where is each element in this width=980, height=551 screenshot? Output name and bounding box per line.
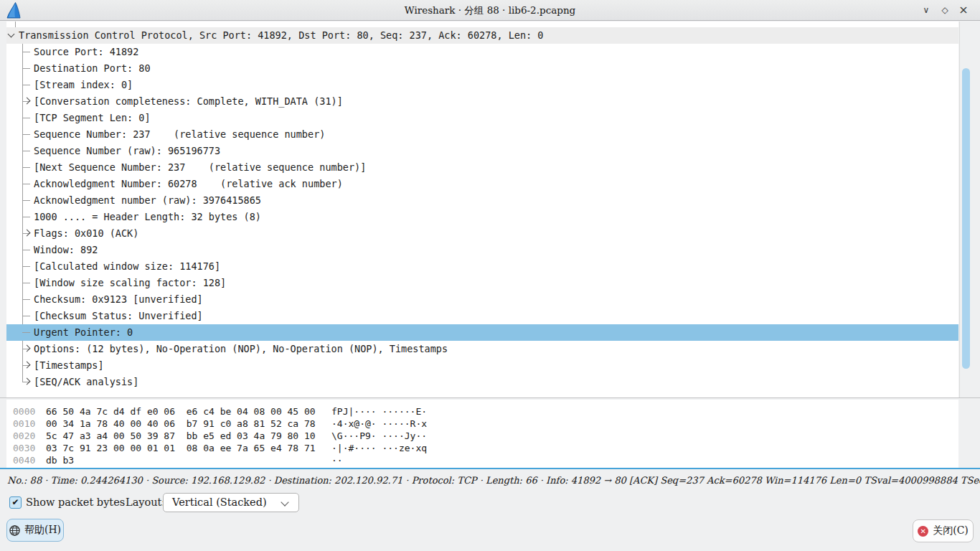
tree-row-label: [Window size scaling factor: 128] bbox=[34, 275, 226, 291]
tree-row-label: 1000 .... = Header Length: 32 bytes (8) bbox=[34, 209, 261, 225]
chevron-collapsed-icon[interactable] bbox=[24, 345, 31, 352]
tree-row-label: [Next Sequence Number: 237 (relative seq… bbox=[34, 159, 366, 176]
layout-select[interactable]: Vertical (Stacked) bbox=[163, 493, 299, 512]
show-packet-bytes-checkbox[interactable]: ✔ bbox=[9, 496, 22, 509]
tree-row-label: [SEQ/ACK analysis] bbox=[34, 374, 138, 390]
tree-row[interactable]: Options: (12 bytes), No-Operation (NOP),… bbox=[6, 341, 958, 357]
tree-row-label: Destination Port: 80 bbox=[34, 60, 151, 77]
tree-row[interactable]: [Stream index: 0] bbox=[6, 77, 958, 93]
tree-row[interactable]: [TCP Segment Len: 0] bbox=[6, 110, 958, 126]
tree-row[interactable]: Checksum: 0x9123 [unverified] bbox=[6, 291, 958, 308]
packet-bytes-pane[interactable]: 000066 50 4a 7c d4 df e0 06 e6 c4 be 04 … bbox=[6, 400, 958, 468]
chevron-collapsed-icon[interactable] bbox=[24, 98, 31, 105]
tree-branch-line bbox=[22, 250, 30, 250]
packet-detail-pane[interactable]: Transmission Control Protocol, Src Port:… bbox=[6, 22, 958, 397]
hex-row[interactable]: 001000 34 1a 78 40 00 40 06 b7 91 c0 a8 … bbox=[6, 418, 958, 430]
tree-row[interactable]: [Window size scaling factor: 128] bbox=[6, 275, 958, 291]
globe-icon bbox=[9, 525, 20, 536]
hex-row[interactable]: 003003 7c 91 23 00 00 01 01 08 0a ee 7a … bbox=[6, 442, 958, 454]
close-button[interactable]: ✕ 关闭(C) bbox=[913, 519, 974, 542]
tree-row[interactable]: Sequence Number (raw): 965196773 bbox=[6, 143, 958, 159]
tree-branch-line bbox=[22, 184, 30, 184]
chevron-collapsed-icon[interactable] bbox=[24, 362, 31, 369]
tree-row-label: Options: (12 bytes), No-Operation (NOP),… bbox=[34, 341, 448, 357]
hex-row[interactable]: 00205c 47 a3 a4 00 50 39 87 bb e5 ed 03 … bbox=[6, 430, 958, 442]
hex-bytes[interactable]: 5c 47 a3 a4 00 50 39 87 bb e5 ed 03 4a 7… bbox=[46, 430, 316, 442]
tree-row[interactable]: [Conversation completeness: Complete, WI… bbox=[6, 93, 958, 110]
tree-branch-line bbox=[22, 68, 30, 69]
tree-row-label: [Checksum Status: Unverified] bbox=[34, 308, 203, 324]
scrollbar-thumb[interactable] bbox=[962, 68, 970, 369]
pane-divider bbox=[0, 397, 980, 398]
tree-row[interactable]: [Checksum Status: Unverified] bbox=[6, 308, 958, 324]
tree-row-label: Source Port: 41892 bbox=[34, 44, 138, 60]
tree-row-label: [Calculated window size: 114176] bbox=[34, 258, 220, 275]
tree-row[interactable]: Window: 892 bbox=[6, 242, 958, 258]
tree-row[interactable]: [Next Sequence Number: 237 (relative seq… bbox=[6, 159, 958, 176]
hex-offset: 0000 bbox=[13, 405, 35, 418]
chevron-collapsed-icon[interactable] bbox=[24, 230, 31, 237]
tree-branch-line bbox=[22, 217, 30, 217]
tree-row[interactable]: Acknowledgment number (raw): 3976415865 bbox=[6, 192, 958, 209]
tree-branch-line bbox=[22, 151, 30, 151]
tree-branch-line bbox=[22, 299, 30, 300]
tree-row-label: Acknowledgment Number: 60278 (relative a… bbox=[34, 176, 343, 192]
tree-branch-line bbox=[22, 118, 30, 118]
hex-ascii[interactable]: ·4·x@·@· ·····R·x bbox=[331, 418, 427, 430]
hex-bytes[interactable]: 00 34 1a 78 40 00 40 06 b7 91 c0 a8 81 5… bbox=[46, 418, 316, 430]
help-button-label: 帮助(H) bbox=[24, 524, 61, 537]
hex-ascii[interactable]: \G···P9· ····Jy·· bbox=[331, 430, 427, 442]
tree-row[interactable]: [Timestamps] bbox=[6, 357, 958, 374]
chevron-expanded-icon[interactable] bbox=[8, 31, 15, 38]
hex-ascii[interactable]: ·|·#···· ···ze·xq bbox=[331, 442, 427, 454]
hex-ascii[interactable]: fPJ|···· ······E· bbox=[331, 405, 427, 418]
tree-row-label: [Timestamps] bbox=[34, 357, 104, 374]
hex-offset: 0020 bbox=[13, 430, 35, 442]
tree-row[interactable]: Sequence Number: 237 (relative sequence … bbox=[6, 126, 958, 143]
tree-branch-line bbox=[22, 134, 30, 135]
show-packet-bytes-label[interactable]: Show packet bytes bbox=[26, 492, 125, 512]
hex-row[interactable]: 000066 50 4a 7c d4 df e0 06 e6 c4 be 04 … bbox=[6, 405, 958, 418]
hex-offset: 0030 bbox=[13, 442, 35, 454]
close-circle-icon: ✕ bbox=[918, 526, 928, 537]
maximize-icon[interactable]: ◇ bbox=[937, 0, 953, 21]
tree-row-label: Transmission Control Protocol, Src Port:… bbox=[19, 27, 544, 44]
tree-row-label: [TCP Segment Len: 0] bbox=[34, 110, 151, 126]
tree-row[interactable]: Transmission Control Protocol, Src Port:… bbox=[6, 27, 958, 44]
hex-ascii[interactable]: ·· bbox=[331, 454, 343, 466]
tree-row[interactable]: Urgent Pointer: 0 bbox=[6, 324, 958, 341]
titlebar: Wireshark · 分组 88 · lib6-2.pcapng ∨ ◇ × bbox=[0, 0, 980, 21]
tree-row[interactable]: Flags: 0x010 (ACK) bbox=[6, 225, 958, 242]
hex-bytes[interactable]: 03 7c 91 23 00 00 01 01 08 0a ee 7a 65 e… bbox=[46, 442, 316, 454]
tree-row[interactable]: 1000 .... = Header Length: 32 bytes (8) bbox=[6, 209, 958, 225]
tree-branch-line bbox=[22, 167, 30, 168]
tree-row-label: Checksum: 0x9123 [unverified] bbox=[34, 291, 203, 308]
packet-status-line: No.: 88 · Time: 0.244264130 · Source: 19… bbox=[0, 469, 980, 491]
tree-row[interactable]: Destination Port: 80 bbox=[6, 60, 958, 77]
tree-row[interactable]: [Calculated window size: 114176] bbox=[6, 258, 958, 275]
hex-bytes[interactable]: 66 50 4a 7c d4 df e0 06 e6 c4 be 04 08 0… bbox=[46, 405, 316, 418]
window-title: Wireshark · 分组 88 · lib6-2.pcapng bbox=[0, 0, 980, 21]
tree-row[interactable]: Source Port: 41892 bbox=[6, 44, 958, 60]
hex-bytes[interactable]: db b3 bbox=[46, 454, 74, 466]
tree-branch-line bbox=[22, 52, 30, 52]
help-button[interactable]: 帮助(H) bbox=[6, 519, 64, 542]
layout-select-value: Vertical (Stacked) bbox=[172, 494, 267, 512]
scrollbar[interactable] bbox=[959, 22, 971, 397]
tree-row-label: Window: 892 bbox=[34, 242, 98, 258]
tree-branch-line bbox=[22, 332, 30, 333]
tree-branch-line bbox=[22, 316, 30, 316]
tree-row[interactable]: [SEQ/ACK analysis] bbox=[6, 374, 958, 390]
hex-offset: 0010 bbox=[13, 418, 35, 430]
tree-branch-line bbox=[22, 266, 30, 267]
minimize-icon[interactable]: ∨ bbox=[918, 0, 934, 21]
tree-row[interactable]: Acknowledgment Number: 60278 (relative a… bbox=[6, 176, 958, 192]
chevron-collapsed-icon[interactable] bbox=[24, 378, 31, 385]
close-button-label: 关闭(C) bbox=[933, 524, 969, 537]
tree-row-label: Urgent Pointer: 0 bbox=[34, 324, 133, 341]
tree-row-label: Sequence Number: 237 (relative sequence … bbox=[34, 126, 325, 143]
tree-branch-line bbox=[22, 85, 30, 85]
layout-label: Layout: bbox=[126, 492, 165, 512]
hex-row[interactable]: 0040db b3·· bbox=[6, 454, 958, 466]
close-icon[interactable]: × bbox=[956, 0, 971, 21]
